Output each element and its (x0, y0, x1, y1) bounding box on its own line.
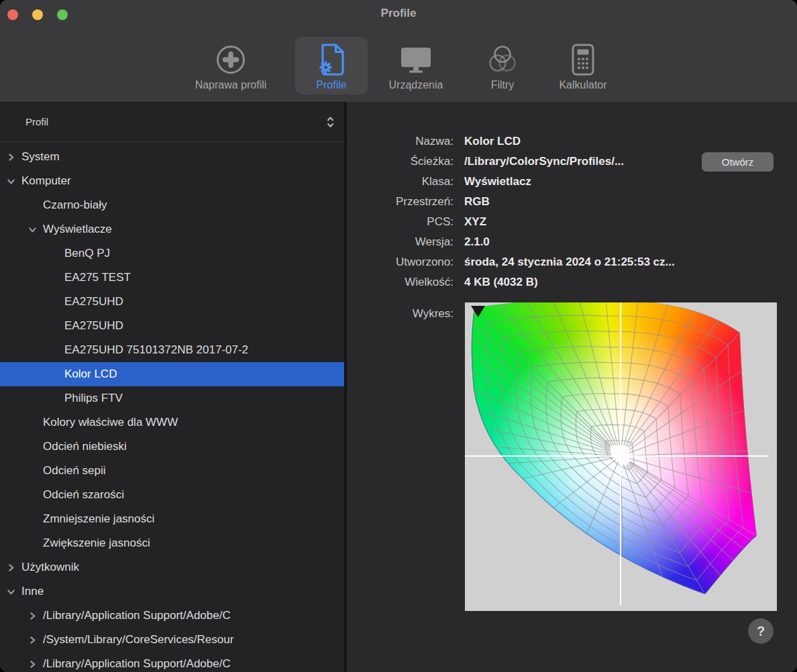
plus-circle-icon (215, 42, 246, 78)
tree-item-label: Zmniejszenie jasności (0, 512, 154, 525)
detail-value: Wyświetlacz (464, 175, 531, 188)
disclosure-chevron-icon[interactable] (28, 660, 37, 669)
tree-item[interactable]: Komputer (0, 169, 344, 193)
profile-detail-pane: Nazwa:Kolor LCDŚcieżka:/Library/ColorSyn… (347, 102, 797, 672)
tree-item-label: Odcień szarości (0, 488, 124, 501)
tree-item-label: EA275UHD 75101372NB 2017-07-2 (0, 343, 248, 356)
detail-label: Przestrzeń: (347, 195, 454, 209)
detail-row: Przestrzeń:RGB (347, 192, 797, 212)
detail-label: Ścieżka: (347, 155, 454, 168)
detail-row: Wielkość:4 KB (4032 B) (347, 272, 797, 292)
disclosure-chevron-icon[interactable] (7, 153, 15, 162)
disclosure-chevron-icon[interactable] (7, 177, 15, 186)
detail-value: 4 KB (4032 B) (464, 276, 538, 289)
tree-item-label: Kolory właściwe dla WWW (0, 416, 178, 429)
detail-row: Nazwa:Kolor LCD (347, 131, 797, 152)
tree-item[interactable]: Odcień niebieski (0, 435, 344, 459)
disclosure-chevron-icon[interactable] (28, 636, 37, 645)
tree-item-label: Wyświetlacze (0, 223, 112, 235)
profile-sidebar: Profil SystemKomputerCzarno-białyWyświet… (0, 103, 344, 672)
detail-value: Kolor LCD (464, 135, 521, 148)
tree-item[interactable]: Inne (0, 579, 344, 604)
detail-label: Utworzono: (347, 256, 454, 269)
tree-item-label: Odcień niebieski (0, 440, 127, 453)
toolbar-item-filters[interactable]: Filtry (471, 37, 534, 95)
toolbar-item-calculator[interactable]: Kalkulator (541, 37, 625, 95)
detail-label: Wielkość: (347, 276, 454, 289)
detail-value: RGB (464, 195, 490, 209)
detail-value: środa, 24 stycznia 2024 o 21:25:53 cz... (464, 256, 675, 269)
detail-value: /Library/ColorSync/Profiles/... (464, 155, 624, 168)
overlapping-circles-icon (486, 42, 519, 78)
tree-item-label: Zwiększenie jasności (0, 537, 150, 549)
tree-item[interactable]: EA275UHD (0, 290, 344, 314)
tree-item-label: BenQ PJ (0, 247, 110, 260)
titlebar-toolbar: Profile Naprawa profiliProfileUrządzenia… (0, 0, 797, 103)
tree-item-label: EA275UHD (0, 319, 123, 332)
detail-value: XYZ (464, 215, 486, 229)
tree-item[interactable]: Zwiększenie jasności (0, 531, 344, 555)
detail-label: Wersja: (347, 235, 454, 249)
gamut-rim-shadow (472, 308, 757, 594)
detail-label: PCS: (347, 215, 454, 229)
monitor-icon (399, 42, 433, 78)
gamut-chart-svg (465, 302, 777, 611)
tree-item[interactable]: Użytkownik (0, 555, 344, 579)
open-button[interactable]: Otwórz (702, 152, 774, 172)
sidebar-header-title: Profil (25, 103, 48, 142)
tree-item[interactable]: Kolory właściwe dla WWW (0, 410, 344, 435)
tree-item[interactable]: Odcień sepii (0, 459, 344, 483)
detail-label: Nazwa: (347, 135, 454, 148)
profile-document-icon (317, 42, 346, 78)
detail-row: Utworzono:środa, 24 stycznia 2024 o 21:2… (347, 252, 797, 272)
tree-item[interactable]: BenQ PJ (0, 241, 344, 266)
detail-row: Klasa:Wyświetlacz (347, 172, 797, 192)
toolbar-item-label: Filtry (491, 79, 515, 91)
calculator-icon (570, 42, 596, 78)
disclosure-chevron-icon[interactable] (28, 225, 37, 234)
tree-item[interactable]: EA275UHD 75101372NB 2017-07-2 (0, 338, 344, 362)
detail-value: 2.1.0 (464, 235, 490, 249)
tree-item[interactable]: Zmniejszenie jasności (0, 507, 344, 531)
colorsync-utility-window: Profile Naprawa profiliProfileUrządzenia… (0, 0, 797, 672)
toolbar-item-profiles[interactable]: Profile (295, 37, 368, 95)
detail-label: Klasa: (347, 175, 454, 188)
tree-item[interactable]: Czarno-biały (0, 193, 344, 217)
tree-item[interactable]: Philips FTV (0, 386, 344, 410)
window-title: Profile (0, 7, 797, 20)
gamut-marker-triangle-icon (471, 306, 485, 317)
tree-item[interactable]: /System/Library/CoreServices/Resour (0, 628, 344, 652)
detail-row: Wersja:2.1.0 (347, 232, 797, 252)
sort-chevrons-icon[interactable] (326, 115, 335, 132)
help-button[interactable]: ? (748, 618, 774, 644)
tree-item[interactable]: EA275UHD (0, 314, 344, 338)
tree-item[interactable]: EA275 TEST (0, 266, 344, 290)
detail-row: PCS:XYZ (347, 212, 797, 232)
disclosure-chevron-icon[interactable] (7, 587, 15, 596)
sidebar-header: Profil (0, 103, 344, 142)
tree-item[interactable]: Odcień szarości (0, 483, 344, 507)
tree-item-label: Czarno-biały (0, 199, 107, 211)
tree-item-label: EA275UHD (0, 295, 123, 308)
tree-item-label: Philips FTV (0, 392, 123, 404)
profile-tree: SystemKomputerCzarno-białyWyświetlaczeBe… (0, 145, 344, 672)
tree-item[interactable]: Kolor LCD (0, 362, 344, 386)
toolbar-item-label: Kalkulator (559, 79, 606, 91)
tree-item[interactable]: /Library/Application Support/Adobe/C (0, 652, 344, 672)
tree-item[interactable]: System (0, 145, 344, 169)
toolbar-item-label: Urządzenia (389, 79, 443, 91)
gamut-chart[interactable] (465, 302, 777, 611)
tree-item-label: Kolor LCD (0, 368, 117, 380)
toolbar-item-label: Naprawa profili (195, 79, 267, 91)
toolbar-item-label: Profile (316, 79, 346, 91)
tree-item[interactable]: Wyświetlacze (0, 217, 344, 241)
disclosure-chevron-icon[interactable] (28, 612, 37, 620)
chart-label: Wykres: (347, 307, 454, 321)
tree-item-label: Odcień sepii (0, 464, 106, 477)
disclosure-chevron-icon[interactable] (7, 563, 15, 572)
toolbar-item-repair[interactable]: Naprawa profili (173, 37, 288, 95)
toolbar-item-devices[interactable]: Urządzenia (373, 37, 459, 95)
tree-item-label: EA275 TEST (0, 271, 131, 284)
gamut-mesh (472, 302, 757, 594)
tree-item[interactable]: /Library/Application Support/Adobe/C (0, 604, 344, 628)
